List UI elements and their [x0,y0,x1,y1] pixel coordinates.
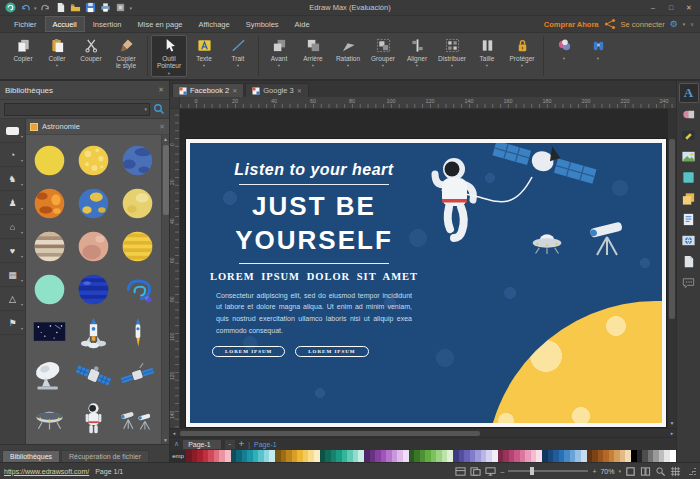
document-tab-facebook-2[interactable]: Facebook 2✕ [172,83,244,97]
zoom-region-icon[interactable] [655,466,666,477]
page-view-icon[interactable] [470,466,481,477]
sign-in-link[interactable]: Se connecter [621,20,665,29]
recolor-button[interactable]: ▾ [547,35,581,77]
symbol-planet-saturn[interactable] [119,228,156,265]
symbol-ufo[interactable] [31,400,68,437]
menu-aide[interactable]: Aide [287,16,318,32]
dropdown-caret-icon[interactable]: ▾ [416,63,418,68]
copier-button[interactable]: Copier le style [108,35,144,77]
add-page-button[interactable]: + [239,439,244,449]
tab-close-icon[interactable]: ✕ [232,87,237,94]
document-tab-google-3[interactable]: Google 3✕ [245,83,308,97]
color-panel-icon[interactable] [679,167,699,187]
caret-icon[interactable]: ▾ [21,230,23,235]
more-tools-icon[interactable] [115,2,127,14]
symbol-planet-pluto[interactable] [75,228,112,265]
find-button[interactable]: ▾ [581,35,615,77]
dropdown-caret-icon[interactable]: ▾ [563,56,565,61]
canvas-horizontal-scrollbar[interactable]: ◂ ▸ [170,428,676,437]
symbol-planet-jupiter[interactable] [31,228,68,265]
couper-button[interactable]: Couper [74,35,108,77]
library-category-photo[interactable]: ⌂▾ [0,215,25,239]
symbol-planet-venus[interactable] [119,185,156,222]
symbol-planet-earth[interactable] [75,185,112,222]
save-icon[interactable] [85,2,97,14]
satellite-shape[interactable] [490,143,600,193]
astronaut-shape[interactable] [428,155,488,251]
poster-artwork[interactable]: Listen to your heart JUST BE YOURSELF LO… [190,143,662,423]
symbol-moon[interactable] [75,142,112,179]
library-category-people[interactable]: ♟▾ [0,191,25,215]
share-icon[interactable] [604,18,616,30]
dropdown-caret-icon[interactable]: ▾ [130,5,133,11]
symbol-planet-neptune[interactable] [119,142,156,179]
fit-width-icon[interactable] [640,466,651,477]
grouper-button[interactable]: Grouper▾ [366,35,400,77]
distribuer-button[interactable]: Distribuer▾ [434,35,470,77]
new-file-icon[interactable] [55,2,67,14]
dropdown-caret-icon[interactable]: ▾ [597,56,599,61]
document-page[interactable]: Listen to your heart JUST BE YOURSELF LO… [186,139,666,427]
protéger-button[interactable]: Protéger▾ [504,35,540,77]
fit-page-icon[interactable] [625,466,636,477]
symbol-rocket-launch[interactable] [75,314,112,351]
dropdown-caret-icon[interactable]: ▾ [486,63,488,68]
ufo-shape[interactable] [526,229,568,255]
caret-icon[interactable]: ▾ [21,206,23,211]
layers-panel-icon[interactable] [679,188,699,208]
library-category-charts[interactable]: ▦▾ [0,263,25,287]
poster-button-1[interactable]: LOREM IPSUM [212,346,285,357]
library-category-pie-charts[interactable]: ◔▾ [0,143,25,167]
library-category-network[interactable]: △▾ [0,287,25,311]
normal-view-icon[interactable] [455,466,466,477]
web-panel-icon[interactable] [679,230,699,250]
symbol-satellite-dish[interactable] [31,357,68,394]
arrière-button[interactable]: Arrière▾ [296,35,330,77]
settings-caret-icon[interactable]: ▾ [683,21,686,27]
telescope-shape[interactable] [584,217,634,259]
trait-button[interactable]: Trait▾ [221,35,255,77]
symbol-planet-neptune-2[interactable] [75,271,112,308]
coller-button[interactable]: Coller▾ [40,35,74,77]
file-panel-icon[interactable] [679,251,699,271]
symbol-satellite-2[interactable] [119,357,156,394]
menu-insertion[interactable]: Insertion [85,16,130,32]
canvas-vertical-scrollbar[interactable]: ▼ [668,109,676,428]
symbol-sun[interactable] [31,142,68,179]
print-icon[interactable] [100,2,112,14]
taille-button[interactable]: Taille▾ [470,35,504,77]
ratation-button[interactable]: Ratation▾ [330,35,366,77]
remove-page-button[interactable]: - [225,440,235,449]
draw-panel-icon[interactable] [679,125,699,145]
note-panel-icon[interactable] [679,209,699,229]
buy-now-link[interactable]: Comprar Ahora [544,20,599,29]
picture-panel-icon[interactable] [679,146,699,166]
redo-icon[interactable] [40,2,52,14]
edrawsoft-link[interactable]: https://www.edrawsoft.com/ [4,468,89,475]
clipart-panel-icon[interactable] [679,104,699,124]
library-category-favorites[interactable]: ♥▾ [0,239,25,263]
texte-button[interactable]: Texte▾ [187,35,221,77]
zoom-in-button[interactable]: + [592,468,596,475]
page-link[interactable]: Page-1 [254,441,277,448]
dropdown-caret-icon[interactable]: ▾ [56,63,58,68]
minimize-button[interactable]: – [645,2,661,14]
library-category-basic-shapes[interactable]: ▾ [0,119,25,143]
symbol-astronaut[interactable] [75,400,112,437]
library-search-input[interactable]: ▾ [4,103,150,116]
poster-title-line2[interactable]: YOURSELF [208,224,420,258]
panel-tab-r-cup-ration-de-fichier[interactable]: Récupération de fichier [61,450,149,462]
poster-title-line1[interactable]: JUST BE [208,190,420,224]
caret-icon[interactable]: ▾ [21,134,23,139]
tab-close-icon[interactable]: ✕ [297,87,302,94]
dropdown-caret-icon[interactable]: ▾ [34,5,37,11]
dropdown-caret-icon[interactable]: ▾ [203,63,205,68]
library-category-ideas[interactable]: ⚑▾ [0,311,25,335]
presentation-view-icon[interactable] [485,466,496,477]
library-scrollbar[interactable]: ▲▼ [161,135,169,444]
search-icon[interactable] [153,103,165,115]
avant-button[interactable]: Avant▾ [262,35,296,77]
dropdown-caret-icon[interactable]: ▾ [237,63,239,68]
caret-icon[interactable]: ▾ [21,326,23,331]
symbol-planet-mercury[interactable] [31,185,68,222]
